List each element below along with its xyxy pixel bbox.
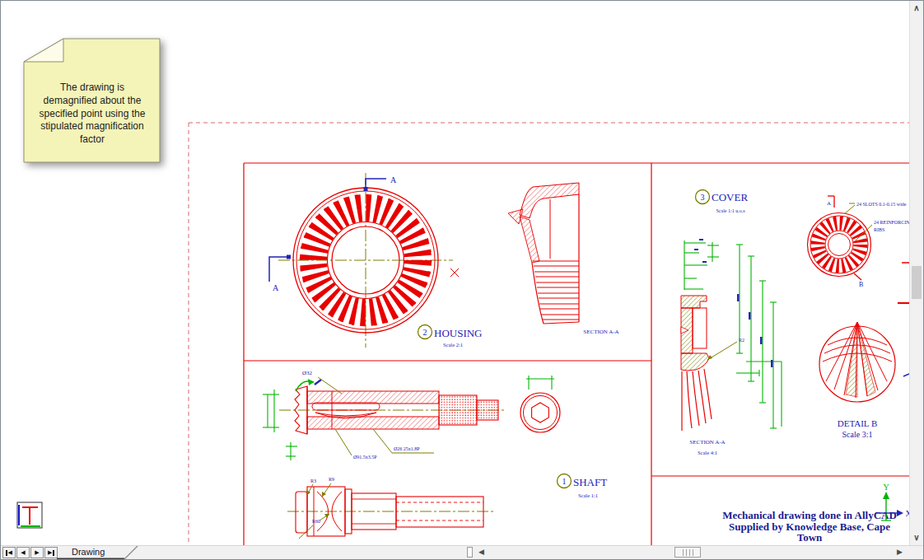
svg-text:SHAFT: SHAFT — [573, 476, 607, 488]
ucs-origin-icon — [17, 502, 42, 528]
drawing-canvas[interactable]: A A 2 HOUSING Scale 2:1 — [1, 1, 909, 545]
cover-section-scale: Scale 4:1 — [698, 450, 717, 455]
annotation-ribs-1: 24 REINFORCING — [874, 220, 909, 225]
shaft-label: 1 SHAFT Scale 1:1 — [558, 474, 608, 499]
scroll-up-icon[interactable]: ∧ — [910, 2, 923, 14]
shaft-left-dims — [263, 390, 279, 432]
svg-text:1: 1 — [562, 477, 567, 486]
dim-marks — [694, 239, 707, 263]
cover-dims-left — [684, 240, 719, 290]
svg-text:HOUSING: HOUSING — [434, 327, 483, 339]
annotation-slots: 24 SLOTS 0.1-0.15 wide — [856, 202, 907, 207]
dim-thread-right: Ø26 25x1.8P — [394, 446, 420, 451]
cursor-mark-icon — [450, 268, 459, 277]
sticky-note-text: The drawing is demagnified about the spe… — [30, 82, 154, 147]
title-line-3: Town — [797, 531, 823, 544]
bottom-bar: ◀ ◀ ▶ ▶ Drawing ◀ ▶ — [1, 545, 923, 559]
cover-marker-b: B — [859, 281, 863, 288]
title-line-1: Mechanical drawing done in AllyCAD — [722, 509, 897, 521]
sheet-tab-drawing[interactable]: Drawing — [72, 547, 105, 557]
shaft-view-2: R3 R9 R60 — [287, 477, 495, 539]
housing-section-label: SECTION A-A — [583, 329, 618, 335]
svg-text:A: A — [273, 283, 279, 292]
detail-b-view: DETAIL B Scale 3:1 — [819, 322, 895, 439]
thumb-grip-icon — [683, 549, 693, 556]
cover-section-view: R2 — [681, 296, 744, 431]
scroll-right-icon[interactable]: ▶ — [897, 548, 903, 556]
horizontal-scroll-thumb[interactable] — [674, 547, 701, 558]
y-axis-label: Y — [883, 483, 889, 492]
cover-panel: 3 COVER Scale 1:1 u.o.s — [681, 190, 909, 456]
svg-text:Scale 1:1: Scale 1:1 — [578, 492, 598, 498]
annotation-ribs-2: RIBS — [874, 227, 884, 232]
detail-b-scale: Scale 3:1 — [842, 430, 873, 439]
vertical-scroll-thumb[interactable] — [912, 266, 922, 299]
title-block: Mechanical drawing done in AllyCAD Suppl… — [722, 509, 897, 544]
dim-r60: R60 — [312, 519, 320, 524]
vertical-scrollbar[interactable]: ∧ ∨ — [909, 1, 923, 545]
dim-thread-left: Ø91.5x3.5P — [353, 455, 377, 460]
housing-section-view: SECTION A-A — [508, 183, 619, 335]
svg-text:A: A — [390, 175, 397, 184]
housing-label: 2 HOUSING Scale 2:1 — [418, 325, 483, 348]
cover-label: 3 COVER Scale 1:1 u.o.s — [696, 190, 749, 214]
app-window: A A 2 HOUSING Scale 2:1 — [0, 0, 924, 560]
cover-marker-a: A — [827, 200, 831, 207]
svg-text:Scale 2:1: Scale 2:1 — [443, 342, 463, 348]
svg-text:3: 3 — [701, 193, 705, 202]
scrollbar-splitter-handle[interactable] — [467, 547, 473, 558]
housing-view: A A 2 HOUSING Scale 2:1 — [269, 173, 483, 348]
detail-b-label: DETAIL B — [838, 418, 878, 428]
cover-dims-right — [736, 245, 782, 428]
cover-section-label: SECTION A-A — [689, 439, 725, 446]
svg-text:COVER: COVER — [712, 191, 748, 203]
svg-text:Scale 1:1 u.o.s: Scale 1:1 u.o.s — [716, 208, 746, 213]
dim-r3: R3 — [310, 478, 316, 483]
dim-dia32: Ø32 — [302, 370, 313, 376]
shaft-end-view — [520, 376, 560, 432]
svg-text:2: 2 — [423, 328, 427, 337]
dim-marks-vertical — [737, 294, 773, 367]
scroll-left-icon[interactable]: ◀ — [478, 548, 484, 556]
clipped-edge-geometry — [898, 263, 909, 376]
cover-back-view: A B 24 SLOTS 0.1-0.15 wide 24 REINFORCIN… — [808, 196, 910, 288]
dim-r9: R9 — [329, 477, 334, 482]
scroll-down-icon[interactable]: ∨ — [910, 532, 923, 544]
